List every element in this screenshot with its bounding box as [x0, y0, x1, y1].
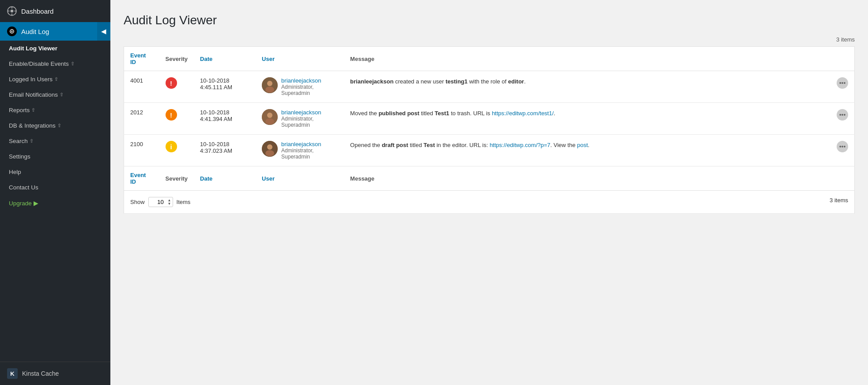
cell-event-id: 4001: [124, 71, 159, 103]
sidebar-kinsta-cache[interactable]: K Kinsta Cache: [0, 362, 110, 385]
table-row: 2100 i 10-10-20184:37.023 AM brianleejac…: [124, 135, 855, 166]
external-icon: ⇧: [71, 61, 75, 67]
severity-icon-info: i: [166, 141, 177, 152]
cell-date: 10-10-20184:41.394 AM: [194, 103, 256, 135]
table-header-row: Event ID Severity Date User Message: [124, 47, 855, 71]
user-avatar: [262, 109, 278, 125]
user-role: Administrator,Superadmin: [281, 147, 321, 160]
sidebar-item-logged-in-users[interactable]: Logged In Users ⇧: [0, 72, 110, 87]
sidebar-item-upgrade[interactable]: Upgrade ▶: [0, 195, 110, 211]
cell-message: Opened the draft post titled Test in the…: [344, 135, 830, 166]
sidebar-item-dashboard[interactable]: Dashboard: [0, 0, 110, 22]
cell-event-id: 2100: [124, 135, 159, 166]
col-header-user[interactable]: User: [256, 47, 344, 71]
cell-message: Moved the published post titled Test1 to…: [344, 103, 830, 135]
col-footer-message: Message: [344, 166, 830, 191]
external-icon: ⇧: [60, 92, 64, 98]
sidebar: Dashboard Audit Log ◀ Audit Log Viewer E…: [0, 0, 110, 385]
cell-actions: •••: [830, 135, 855, 166]
more-options-button[interactable]: •••: [837, 109, 848, 121]
user-cell: brianleejackson Administrator,Superadmin: [262, 109, 338, 128]
audit-log-label: Audit Log: [21, 28, 49, 35]
sidebar-item-reports[interactable]: Reports ⇧: [0, 102, 110, 118]
user-name-link[interactable]: brianleejackson: [281, 141, 321, 147]
svg-point-14: [265, 118, 274, 125]
show-label: Show: [130, 199, 145, 205]
severity-icon-critical: !: [166, 77, 177, 89]
sidebar-item-label: Help: [9, 169, 21, 175]
sidebar-item-label: Contact Us: [9, 184, 38, 191]
user-info: brianleejackson Administrator,Superadmin: [281, 77, 321, 96]
cell-severity: !: [159, 103, 194, 135]
sidebar-nav: Audit Log Viewer Enable/Disable Events ⇧…: [0, 41, 110, 211]
kinsta-k-icon: K: [7, 368, 18, 379]
cell-severity: !: [159, 71, 194, 103]
sidebar-item-contact-us[interactable]: Contact Us: [0, 180, 110, 195]
sidebar-item-label: Enable/Disable Events: [9, 60, 69, 67]
items-count-bottom: 3 items: [256, 191, 854, 214]
user-info: brianleejackson Administrator,Superadmin: [281, 141, 321, 160]
sidebar-item-audit-log-viewer[interactable]: Audit Log Viewer: [0, 41, 110, 56]
table-body: 4001 ! 10-10-20184:45.111 AM brianleejac…: [124, 71, 855, 166]
items-label: Items: [177, 199, 191, 205]
col-footer-date[interactable]: Date: [194, 166, 256, 191]
more-options-button[interactable]: •••: [837, 141, 848, 152]
svg-point-13: [267, 113, 272, 118]
sidebar-item-help[interactable]: Help: [0, 164, 110, 180]
sidebar-item-settings[interactable]: Settings: [0, 149, 110, 164]
col-footer-user[interactable]: User: [256, 166, 344, 191]
col-footer-severity: Severity: [159, 166, 194, 191]
kinsta-cache-label: Kinsta Cache: [22, 370, 59, 377]
svg-point-8: [11, 31, 13, 32]
table-footer-controls: Show 10 20 50 100 ▲ ▼: [124, 191, 855, 214]
col-footer-actions: [830, 166, 855, 191]
cell-event-id: 2012: [124, 103, 159, 135]
show-items-cell: Show 10 20 50 100 ▲ ▼: [124, 191, 256, 214]
svg-point-17: [265, 150, 274, 156]
audit-log-icon: [7, 26, 17, 36]
show-items-control: Show 10 20 50 100 ▲ ▼: [130, 197, 249, 207]
col-header-date[interactable]: Date: [194, 47, 256, 71]
sidebar-item-db-integrations[interactable]: DB & Integrations ⇧: [0, 118, 110, 133]
cell-user: brianleejackson Administrator,Superadmin: [256, 135, 344, 166]
col-header-severity: Severity: [159, 47, 194, 71]
user-cell: brianleejackson Administrator,Superadmin: [262, 141, 338, 160]
dashboard-label: Dashboard: [21, 8, 53, 15]
cell-date: 10-10-20184:45.111 AM: [194, 71, 256, 103]
cell-actions: •••: [830, 71, 855, 103]
table-row: 4001 ! 10-10-20184:45.111 AM brianleejac…: [124, 71, 855, 103]
external-icon: ⇧: [30, 138, 34, 144]
user-avatar: [262, 141, 278, 157]
col-header-event-id[interactable]: Event ID: [124, 47, 159, 71]
sidebar-item-label: Email Notifications: [9, 91, 58, 98]
user-role: Administrator,Superadmin: [281, 116, 321, 128]
sidebar-item-enable-disable-events[interactable]: Enable/Disable Events ⇧: [0, 56, 110, 72]
cell-user: brianleejackson Administrator,Superadmin: [256, 71, 344, 103]
user-avatar: [262, 77, 278, 93]
audit-table: Event ID Severity Date User Message 4001…: [124, 46, 855, 214]
user-info: brianleejackson Administrator,Superadmin: [281, 109, 321, 128]
cell-user: brianleejackson Administrator,Superadmin: [256, 103, 344, 135]
sidebar-item-email-notifications[interactable]: Email Notifications ⇧: [0, 87, 110, 102]
table-footer-header-row: Event ID Severity Date User Message: [124, 166, 855, 191]
items-per-page-select[interactable]: 10 20 50 100: [148, 197, 173, 207]
user-name-link[interactable]: brianleejackson: [281, 109, 321, 116]
user-role: Administrator,Superadmin: [281, 84, 321, 96]
dashboard-icon: [7, 6, 17, 16]
cell-actions: •••: [830, 103, 855, 135]
sidebar-chevron-icon: ◀: [97, 22, 110, 41]
external-icon: ⇧: [54, 76, 58, 82]
svg-point-16: [267, 144, 272, 150]
sidebar-audit-log-header[interactable]: Audit Log ◀: [0, 22, 110, 41]
severity-icon-warning: !: [166, 109, 177, 121]
col-header-actions: [830, 47, 855, 71]
col-footer-event-id[interactable]: Event ID: [124, 166, 159, 191]
items-count-top: 3 items: [124, 36, 855, 43]
sidebar-item-search[interactable]: Search ⇧: [0, 133, 110, 149]
table-row: 2012 ! 10-10-20184:41.394 AM brianleejac…: [124, 103, 855, 135]
sidebar-item-label: DB & Integrations: [9, 122, 56, 129]
user-name-link[interactable]: brianleejackson: [281, 77, 321, 84]
items-per-page-wrapper: 10 20 50 100 ▲ ▼: [148, 197, 173, 207]
page-title: Audit Log Viewer: [124, 13, 855, 27]
more-options-button[interactable]: •••: [837, 77, 848, 89]
